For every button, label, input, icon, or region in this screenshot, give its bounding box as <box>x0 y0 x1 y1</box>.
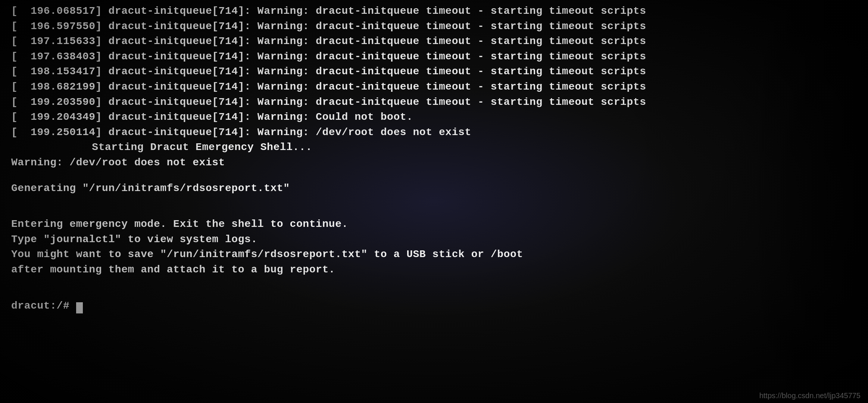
terminal-line: [ 197.115633] dracut-initqueue[714]: War… <box>11 34 735 49</box>
terminal-line: Type "journalctl" to view system logs. <box>11 232 735 247</box>
terminal-output: [ 196.068517] dracut-initqueue[714]: War… <box>0 0 746 403</box>
terminal-line: [ 199.203590] dracut-initqueue[714]: War… <box>11 95 735 110</box>
terminal-line: [ 196.068517] dracut-initqueue[714]: War… <box>11 4 735 19</box>
terminal-spacer <box>11 171 735 181</box>
terminal-spacer <box>11 288 735 299</box>
terminal-cursor <box>76 302 83 313</box>
terminal-line: Entering emergency mode. Exit the shell … <box>11 217 735 232</box>
terminal-line: [ 199.204349] dracut-initqueue[714]: War… <box>11 110 735 125</box>
terminal-line: [ 196.597550] dracut-initqueue[714]: War… <box>11 19 735 34</box>
terminal-prompt-line: dracut:/# <box>11 299 735 314</box>
terminal-line: [ 197.638403] dracut-initqueue[714]: War… <box>11 49 735 65</box>
terminal-spacer <box>11 196 735 206</box>
screen: [ 196.068517] dracut-initqueue[714]: War… <box>0 0 868 403</box>
url-bar: https://blog.csdn.net/ljp345775 <box>759 391 861 400</box>
terminal-line: Warning: /dev/root does not exist <box>11 155 735 171</box>
terminal-line: Generating "/run/initramfs/rdsosreport.t… <box>11 181 735 196</box>
terminal-spacer <box>11 278 735 288</box>
terminal-spacer <box>11 206 735 217</box>
terminal-line: You might want to save "/run/initramfs/r… <box>11 247 735 262</box>
terminal-line: [ 199.250114] dracut-initqueue[714]: War… <box>11 125 735 140</box>
terminal-line: [ 198.153417] dracut-initqueue[714]: War… <box>11 64 735 79</box>
terminal-line: after mounting them and attach it to a b… <box>11 262 735 278</box>
terminal-line: [ 198.682199] dracut-initqueue[714]: War… <box>11 79 735 95</box>
terminal-line: Starting Dracut Emergency Shell... <box>11 140 735 155</box>
